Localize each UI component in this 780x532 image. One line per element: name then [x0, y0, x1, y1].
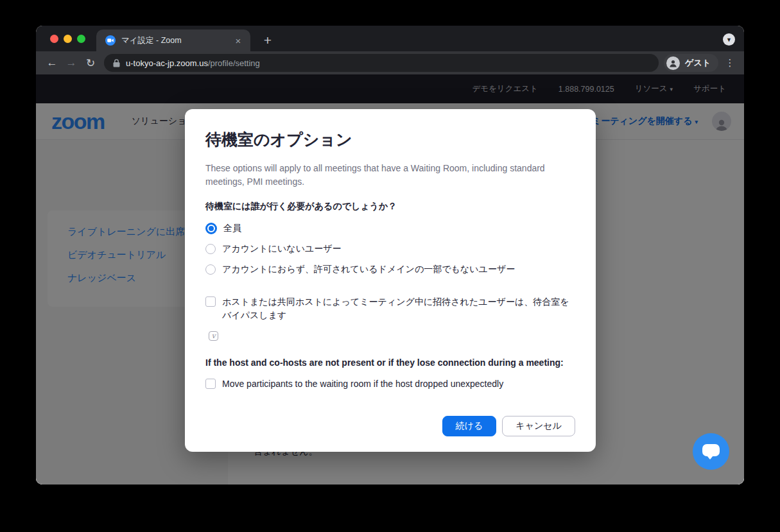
browser-toolbar: ← → ↻ u-tokyo-ac-jp.zoom.us/profile/sett…	[36, 51, 744, 74]
tab-strip: マイ設定 - Zoom × + ▼	[36, 26, 744, 51]
chat-bubble-icon	[702, 444, 720, 456]
waiting-room-options-modal: 待機室のオプション These options will apply to al…	[185, 109, 596, 452]
move-participants-checkbox-row[interactable]: Move participants to the waiting room if…	[205, 377, 575, 391]
radio-users-not-in-account[interactable]: アカウントにいないユーザー	[205, 241, 575, 257]
browser-window: マイ設定 - Zoom × + ▼ ← → ↻ u-tokyo-ac-jp.zo…	[36, 26, 744, 485]
modal-description: These options will apply to all meetings…	[205, 162, 562, 189]
tab-title: マイ設定 - Zoom	[121, 35, 232, 46]
tab-close-icon[interactable]: ×	[232, 35, 244, 46]
profile-label: ゲスト	[685, 57, 711, 69]
minimize-window-button[interactable]	[64, 35, 72, 43]
zoom-favicon-icon	[105, 35, 116, 46]
forward-icon[interactable]: →	[62, 53, 81, 73]
waiting-room-radio-group: 全員 アカウントにいないユーザー アカウントにおらず、許可されているドメインの一…	[205, 221, 575, 277]
checkbox-unchecked-icon[interactable]	[205, 379, 216, 389]
browser-tab[interactable]: マイ設定 - Zoom ×	[96, 30, 250, 51]
browser-menu-icon[interactable]: ⋮	[722, 54, 738, 72]
continue-button[interactable]: 続ける	[442, 416, 497, 436]
reload-icon[interactable]: ↻	[81, 53, 100, 73]
cancel-button[interactable]: キャンセル	[502, 416, 575, 436]
close-window-button[interactable]	[50, 35, 58, 43]
bypass-waiting-room-checkbox-row[interactable]: ホストまたは共同ホストによってミーティング中に招待されたユーザーは、待合室をバイ…	[205, 295, 575, 322]
url-path: /profile/setting	[208, 58, 260, 68]
browser-profile-button[interactable]: ゲスト	[664, 54, 718, 72]
radio-unselected-icon[interactable]	[205, 264, 216, 275]
modal-title: 待機室のオプション	[205, 130, 575, 149]
page-viewport: デモをリクエスト 1.888.799.0125 リソース▾ サポート zoom …	[36, 74, 744, 485]
new-tab-button[interactable]: +	[258, 31, 277, 50]
radio-everyone[interactable]: 全員	[205, 221, 575, 236]
fullscreen-window-button[interactable]	[77, 35, 85, 43]
checkbox-unchecked-icon[interactable]	[205, 296, 216, 307]
radio-selected-icon[interactable]	[205, 223, 217, 234]
cohost-absent-heading: If the host and co-hosts are not present…	[205, 356, 575, 369]
profile-avatar-icon	[666, 56, 680, 70]
url-host: u-tokyo-ac-jp.zoom.us	[126, 58, 208, 68]
radio-users-not-in-account-or-domain[interactable]: アカウントにおらず、許可されているドメインの一部でもないユーザー	[205, 262, 575, 277]
lock-icon	[113, 59, 120, 67]
broken-image-icon: v	[209, 331, 218, 341]
modal-question: 待機室には誰が行く必要があるのでしょうか？	[205, 200, 575, 212]
help-chat-button[interactable]	[693, 433, 729, 470]
tab-search-button[interactable]: ▼	[723, 33, 735, 46]
radio-unselected-icon[interactable]	[205, 244, 216, 254]
back-icon[interactable]: ←	[42, 53, 62, 73]
url-bar[interactable]: u-tokyo-ac-jp.zoom.us/profile/setting	[104, 54, 659, 72]
modal-button-row: 続ける キャンセル	[442, 416, 575, 436]
window-controls	[50, 35, 85, 43]
